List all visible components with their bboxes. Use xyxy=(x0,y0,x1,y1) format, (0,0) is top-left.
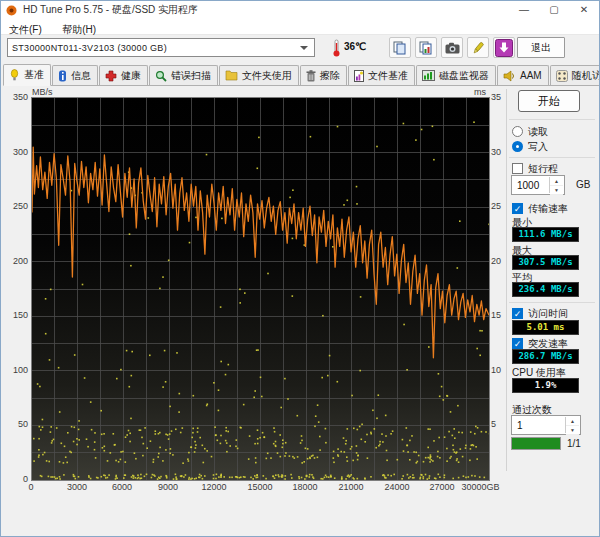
title-bar: HD Tune Pro 5.75 - 硬盘/SSD 实用程序 — ▢ ✕ xyxy=(1,1,599,19)
window-title: HD Tune Pro 5.75 - 硬盘/SSD 实用程序 xyxy=(23,3,509,17)
spin-down-icon: ▼ xyxy=(566,426,579,435)
toolbar: ST30000NT011-3V2103 (30000 GB) 36℃ 退出 xyxy=(1,35,599,62)
x-axis-tick: 30000GB xyxy=(461,482,499,492)
y-axis-left-tick: 300 xyxy=(4,147,28,157)
short-stroke-spinner[interactable]: ▲▼ xyxy=(549,177,563,193)
short-stroke-checkbox[interactable] xyxy=(512,163,523,174)
read-radio-label: 读取 xyxy=(528,125,548,139)
tab-benchmark[interactable]: 基准 xyxy=(3,64,51,86)
health-icon xyxy=(105,70,117,82)
x-axis-tick: 0 xyxy=(28,482,33,492)
tab-label: 健康 xyxy=(121,69,141,83)
y-axis-right-tick: 20 xyxy=(491,256,501,266)
start-button[interactable]: 开始 xyxy=(518,90,580,112)
read-radio[interactable] xyxy=(512,126,523,137)
x-axis-tick: 12000 xyxy=(201,482,226,492)
save-icon[interactable] xyxy=(467,37,489,58)
chevron-down-icon xyxy=(300,46,308,50)
tab-folder-usage[interactable]: 文件夹使用 xyxy=(219,65,299,85)
hdtune-window: HD Tune Pro 5.75 - 硬盘/SSD 实用程序 — ▢ ✕ 文件(… xyxy=(0,0,600,537)
tab-info[interactable]: 信息 xyxy=(52,65,98,85)
tab-label: 擦除 xyxy=(320,69,340,83)
y-axis-left-tick: 50 xyxy=(4,419,28,429)
y-axis-right-tick: 35 xyxy=(491,92,501,102)
close-button[interactable]: ✕ xyxy=(569,1,599,19)
progress-bar xyxy=(511,437,561,450)
random-access-icon xyxy=(556,70,568,82)
spin-up-icon: ▲ xyxy=(566,417,579,426)
copy-image-icon[interactable] xyxy=(415,37,437,58)
y-axis-right-tick: 30 xyxy=(491,147,501,157)
tab-label: 文件夹使用 xyxy=(242,69,292,83)
progress-label: 1/1 xyxy=(567,438,581,449)
progress-fill xyxy=(512,438,560,449)
download-icon[interactable] xyxy=(493,37,515,58)
y-axis-right-tick: 5 xyxy=(491,419,496,429)
access-time-label: 访问时间 xyxy=(528,307,568,321)
tab-disk-monitor[interactable]: 磁盘监视器 xyxy=(416,65,496,85)
folder-usage-icon xyxy=(225,70,238,81)
y-axis-right-unit: ms xyxy=(474,87,486,97)
tab-erase[interactable]: 擦除 xyxy=(300,65,347,85)
y-axis-left-tick: 100 xyxy=(4,365,28,375)
short-stroke-size-value: 1000 xyxy=(517,180,539,191)
tab-label: 基准 xyxy=(24,68,44,82)
drive-select[interactable]: ST30000NT011-3V2103 (30000 GB) xyxy=(7,38,315,57)
access-time-value: 5.01 ms xyxy=(512,320,579,335)
tab-label: 信息 xyxy=(71,69,91,83)
tab-label: AAM xyxy=(520,70,542,81)
pass-count-spinner[interactable]: ▲▼ xyxy=(565,417,579,433)
spin-down-icon: ▼ xyxy=(550,186,563,195)
disk-monitor-icon xyxy=(422,70,435,81)
tab-random-access[interactable]: 随机访问 xyxy=(550,65,600,85)
max-value: 307.5 MB/s xyxy=(512,255,579,270)
y-axis-right-tick: 10 xyxy=(491,365,501,375)
y-axis-left-tick: 250 xyxy=(4,201,28,211)
x-axis-tick: 3000 xyxy=(67,482,87,492)
tab-aam[interactable]: AAM xyxy=(497,65,549,85)
access-time-checkbox[interactable]: ✓ xyxy=(512,308,523,319)
y-axis-left-tick: 150 xyxy=(4,310,28,320)
erase-icon xyxy=(306,70,316,82)
file-benchmark-icon xyxy=(354,70,364,82)
error-scan-icon xyxy=(155,70,167,82)
pass-count-input[interactable]: 1 ▲▼ xyxy=(511,415,581,435)
benchmark-icon xyxy=(9,69,20,81)
y-axis-left-tick: 350 xyxy=(4,92,28,102)
write-radio[interactable] xyxy=(512,141,523,152)
tab-file-benchmark[interactable]: 文件基准 xyxy=(348,65,415,85)
aam-icon xyxy=(503,70,516,82)
maximize-button[interactable]: ▢ xyxy=(539,1,569,19)
y-axis-left-unit: MB/s xyxy=(32,87,53,97)
tab-health[interactable]: 健康 xyxy=(99,65,148,85)
minimize-button[interactable]: — xyxy=(509,1,539,19)
short-stroke-size-input[interactable]: 1000 ▲▼ xyxy=(511,175,565,195)
drive-select-value: ST30000NT011-3V2103 (30000 GB) xyxy=(12,43,300,53)
panel-divider xyxy=(506,89,507,471)
tab-error-scan[interactable]: 错误扫描 xyxy=(149,65,218,85)
tab-label: 磁盘监视器 xyxy=(439,69,489,83)
camera-icon[interactable] xyxy=(441,37,463,58)
exit-button[interactable]: 退出 xyxy=(517,37,565,58)
cpu-usage-value: 1.9% xyxy=(512,378,579,393)
thermometer-icon xyxy=(331,38,341,62)
app-icon xyxy=(6,5,17,16)
menu-bar: 文件(F) 帮助(H) xyxy=(1,19,599,35)
x-axis-tick: 18000 xyxy=(292,482,317,492)
x-axis-tick: 27000 xyxy=(429,482,454,492)
x-axis-tick: 9000 xyxy=(158,482,178,492)
spin-up-icon: ▲ xyxy=(550,177,563,186)
temperature-value: 36℃ xyxy=(344,41,366,52)
write-radio-label: 写入 xyxy=(528,140,548,154)
short-stroke-unit: GB xyxy=(576,179,590,190)
pass-count-value: 1 xyxy=(517,420,523,431)
y-axis-right-tick: 25 xyxy=(491,201,501,211)
x-axis-tick: 21000 xyxy=(338,482,363,492)
x-axis-tick: 24000 xyxy=(384,482,409,492)
transfer-rate-label: 传输速率 xyxy=(528,202,568,216)
avg-value: 236.4 MB/s xyxy=(512,282,579,297)
transfer-rate-checkbox[interactable]: ✓ xyxy=(512,203,523,214)
copy-icon[interactable] xyxy=(389,37,411,58)
short-stroke-label: 短行程 xyxy=(528,162,558,176)
burst-rate-checkbox[interactable]: ✓ xyxy=(512,338,523,349)
